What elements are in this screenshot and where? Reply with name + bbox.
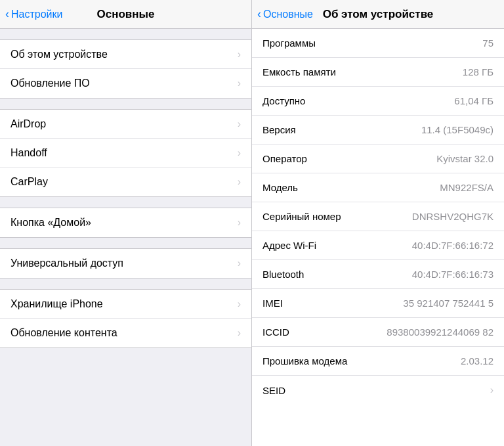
info-label-seid: SEID [262,385,285,396]
item-label-content-update: Обновление контента [10,327,117,339]
info-value-version: 11.4 (15F5049c) [421,124,494,135]
info-value-iccid: 89380039921244069 82 [387,326,494,338]
info-value-modem: 2.03.12 [461,355,494,367]
info-label-programs: Программы [262,37,316,49]
info-label-imei: IMEI [262,298,283,309]
info-label-serial: Серийный номер [262,211,341,222]
left-back-chevron: ‹ [5,7,9,21]
item-label-airdrop: AirDrop [10,118,46,130]
item-label-home: Кнопка «Домой» [10,217,91,229]
right-nav-header: ‹ Основные Об этом устройстве [252,0,504,29]
info-row-model: Модель MN922FS/A [252,173,504,202]
settings-group-1: Об этом устройстве › Обновление ПО › [0,39,251,99]
chevron-right-icon: › [238,147,241,159]
list-item[interactable]: Кнопка «Домой» › [0,208,251,237]
info-value-seid: › [490,384,494,396]
list-item[interactable]: AirDrop › [0,110,251,139]
chevron-right-icon: › [238,78,241,89]
settings-group-2: AirDrop › Handoff › CarPlay › [0,109,251,197]
info-row-version: Версия 11.4 (15F5049c) [252,116,504,145]
list-item[interactable]: Обновление ПО › [0,69,251,98]
info-row-bluetooth: Bluetooth 40:4D:7F:66:16:73 [252,260,504,289]
info-value-serial: DNRSHV2QHG7K [412,211,494,222]
right-panel: ‹ Основные Об этом устройстве Программы … [252,0,504,446]
settings-group-3: Кнопка «Домой» › [0,208,251,238]
info-row-seid[interactable]: SEID › [252,376,504,405]
info-value-capacity: 128 ГБ [463,66,494,78]
chevron-right-icon: › [238,298,241,310]
list-item[interactable]: Обновление контента › [0,319,251,347]
right-back-button[interactable]: ‹ Основные [257,7,313,21]
info-value-programs: 75 [482,37,494,49]
chevron-right-icon: › [238,217,241,229]
item-label-accessibility: Универсальный доступ [10,257,123,269]
list-item[interactable]: CarPlay › [0,167,251,196]
info-row-wifi: Адрес Wi-Fi 40:4D:7F:66:16:72 [252,231,504,260]
list-item[interactable]: Об этом устройстве › [0,40,251,69]
left-nav-title: Основные [96,8,154,21]
settings-group-4: Универсальный доступ › [0,248,251,279]
chevron-right-icon: › [490,384,494,396]
info-value-wifi: 40:4D:7F:66:16:72 [412,240,494,251]
item-label-carplay: CarPlay [10,176,48,188]
chevron-right-icon: › [238,327,241,339]
list-item[interactable]: Универсальный доступ › [0,249,251,278]
list-item[interactable]: Хранилище iPhone › [0,290,251,319]
info-value-model: MN922FS/A [440,182,494,193]
info-row-imei: IMEI 35 921407 752441 5 [252,289,504,318]
item-label-handoff: Handoff [10,147,47,159]
settings-group-5: Хранилище iPhone › Обновление контента › [0,289,251,348]
info-row-capacity: Емкость памяти 128 ГБ [252,58,504,87]
chevron-right-icon: › [238,176,241,188]
chevron-right-icon: › [238,257,241,269]
info-label-operator: Оператор [262,153,307,164]
right-nav-title: Об этом устройстве [323,8,434,21]
info-row-modem: Прошивка модема 2.03.12 [252,347,504,376]
info-row-available: Доступно 61,04 ГБ [252,87,504,116]
item-label-about: Об этом устройстве [10,49,108,60]
left-back-button[interactable]: ‹ Настройки [5,7,62,21]
item-label-storage: Хранилище iPhone [10,298,103,310]
info-label-iccid: ICCID [262,326,289,338]
info-value-available: 61,04 ГБ [454,95,494,106]
info-label-capacity: Емкость памяти [262,66,336,78]
info-label-wifi: Адрес Wi-Fi [262,240,316,251]
info-label-modem: Прошивка модема [262,355,347,367]
info-row-serial: Серийный номер DNRSHV2QHG7K [252,202,504,231]
left-panel: ‹ Настройки Основные Об этом устройстве … [0,0,252,446]
right-back-label: Основные [263,9,313,20]
list-item[interactable]: Handoff › [0,139,251,167]
info-label-bluetooth: Bluetooth [262,269,304,280]
info-label-available: Доступно [262,95,305,106]
info-row-programs: Программы 75 [252,29,504,58]
info-row-iccid: ICCID 89380039921244069 82 [252,318,504,347]
left-back-label: Настройки [11,9,62,20]
left-nav-header: ‹ Настройки Основные [0,0,251,29]
right-back-chevron: ‹ [257,7,261,21]
info-list: Программы 75 Емкость памяти 128 ГБ Досту… [252,29,504,446]
info-value-imei: 35 921407 752441 5 [403,298,494,309]
item-label-update: Обновление ПО [10,78,90,89]
info-row-operator: Оператор Kyivstar 32.0 [252,145,504,173]
info-value-bluetooth: 40:4D:7F:66:16:73 [412,269,494,280]
info-label-model: Модель [262,182,298,193]
chevron-right-icon: › [238,49,241,60]
info-label-version: Версия [262,124,296,135]
info-value-operator: Kyivstar 32.0 [436,153,494,164]
chevron-right-icon: › [238,118,241,130]
